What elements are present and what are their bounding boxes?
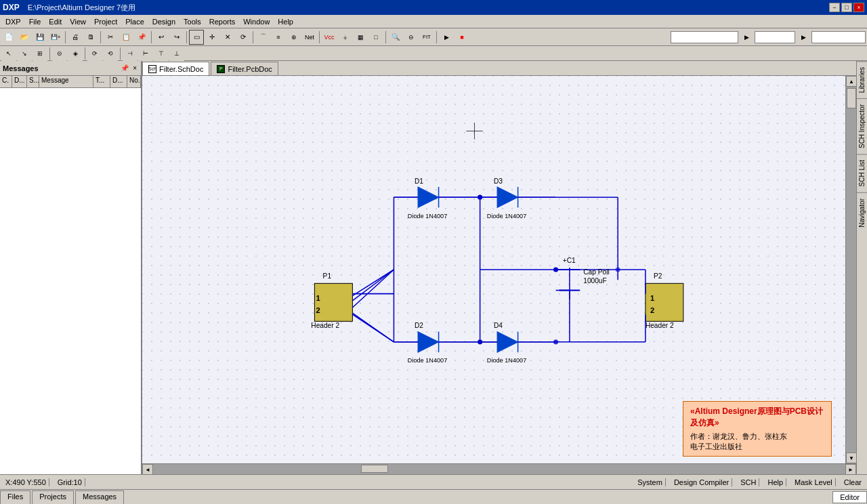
tb2-btn3[interactable]: ⊞	[33, 46, 47, 61]
menu-help[interactable]: Help	[274, 17, 297, 26]
menu-window[interactable]: Window	[239, 17, 274, 26]
stop-button[interactable]: ■	[454, 30, 469, 45]
wire-button[interactable]: ⌒	[255, 30, 270, 45]
power-button[interactable]: Vcc	[322, 30, 337, 45]
cut-button[interactable]: ✂	[103, 30, 118, 45]
sch-panel-btn[interactable]: SCH	[738, 478, 759, 486]
menu-place[interactable]: Place	[121, 17, 148, 26]
sheet-button[interactable]: □	[368, 30, 383, 45]
search-input[interactable]	[671, 31, 738, 43]
menu-file[interactable]: File	[25, 17, 45, 26]
tb2-btn2[interactable]: ↘	[17, 46, 32, 61]
menu-dxp[interactable]: DXP	[1, 17, 25, 26]
sidebar-tab-libraries[interactable]: Libraries	[857, 61, 867, 98]
sep2	[100, 31, 101, 43]
tb2-align-left[interactable]: ⊣	[123, 46, 138, 61]
scroll-track[interactable]	[846, 87, 856, 453]
print-preview-button[interactable]: 🖺	[83, 30, 98, 45]
messages-body	[0, 88, 141, 474]
sidebar-tab-sch-list[interactable]: SCH List	[857, 154, 867, 192]
h-scroll-thumb[interactable]	[361, 465, 388, 473]
component-button[interactable]: ▦	[353, 30, 368, 45]
save-button[interactable]: 💾	[33, 30, 47, 45]
tab-filter-schdoc[interactable]: Sch Filter.SchDoc	[142, 62, 209, 75]
svg-text:Diode 1N4007: Diode 1N4007	[408, 357, 447, 364]
minimize-button[interactable]: −	[829, 3, 840, 12]
close-button[interactable]: ×	[853, 3, 864, 12]
tb2-btn1[interactable]: ↖	[1, 46, 16, 61]
col-message: Message	[39, 76, 93, 87]
zoom-in-button[interactable]: 🔍	[388, 30, 403, 45]
print-button[interactable]: 🖨	[68, 30, 83, 45]
menubar: DXP File Edit View Project Place Design …	[0, 15, 867, 28]
select-button[interactable]: ▭	[189, 30, 204, 45]
svg-line-24	[352, 270, 394, 301]
netlabel-button[interactable]: Net	[302, 30, 317, 45]
schematic-canvas[interactable]: P1 1 2 Header 2 D1	[142, 76, 845, 463]
maximize-button[interactable]: □	[841, 3, 852, 12]
open-button[interactable]: 📂	[17, 30, 32, 45]
zoom-out-button[interactable]: ⊖	[404, 30, 419, 45]
scroll-down-button[interactable]: ▼	[846, 453, 857, 463]
scroll-left-button[interactable]: ◄	[142, 464, 153, 475]
menu-edit[interactable]: Edit	[45, 17, 66, 26]
bus-button[interactable]: ≡	[271, 30, 286, 45]
design-compiler-panel-btn[interactable]: Design Compiler	[671, 478, 732, 486]
zoom-input[interactable]	[755, 31, 795, 43]
clear-btn[interactable]: Clear	[841, 478, 864, 486]
fit-button[interactable]: FIT	[419, 30, 434, 45]
toolbar-main: 📄 📂 💾 💾+ 🖨 🖺 ✂ 📋 📌 ↩ ↪ ▭ ✛ ✕ ⟳ ⌒ ≡ ⊕ Net…	[0, 28, 867, 46]
mask-level-btn[interactable]: Mask Level	[792, 478, 836, 486]
scroll-up-button[interactable]: ▲	[846, 76, 857, 87]
compile-button[interactable]: ▶	[439, 30, 454, 45]
horizontal-scrollbar[interactable]	[153, 464, 845, 474]
col-c: C.	[0, 76, 12, 87]
editor-tab[interactable]: Editor	[832, 491, 867, 503]
rotate-button[interactable]: ⟳	[236, 30, 251, 45]
junction-button[interactable]: ⊕	[287, 30, 301, 45]
sch-icon: Sch	[148, 65, 156, 73]
scroll-right-button[interactable]: ►	[845, 464, 856, 475]
menu-reports[interactable]: Reports	[205, 17, 240, 26]
redo-button[interactable]: ↪	[169, 30, 184, 45]
menu-tools[interactable]: Tools	[179, 17, 205, 26]
tab-filter-pcbdoc[interactable]: P Filter.PcbDoc	[211, 62, 278, 75]
col-d2: D...	[110, 76, 127, 87]
sidebar-tab-navigator[interactable]: Navigator	[857, 192, 867, 233]
tb2-align-right[interactable]: ⊢	[138, 46, 153, 61]
projects-tab[interactable]: Projects	[32, 490, 74, 504]
svg-text:P1: P1	[323, 272, 332, 280]
save-all-button[interactable]: 💾+	[48, 30, 63, 45]
system-panel-btn[interactable]: System	[635, 478, 666, 486]
tb2-btn7[interactable]: ⟲	[103, 46, 118, 61]
files-tab[interactable]: Files	[0, 490, 30, 504]
menu-design[interactable]: Design	[148, 17, 179, 26]
zoom-apply-button[interactable]: ▶	[796, 30, 811, 45]
menu-project[interactable]: Project	[90, 17, 121, 26]
messages-pin-icon[interactable]: 📌	[119, 64, 130, 72]
help-panel-btn[interactable]: Help	[765, 478, 786, 486]
tb2-btn6[interactable]: ⟳	[87, 46, 102, 61]
sep7	[385, 31, 386, 43]
scroll-thumb[interactable]	[847, 88, 856, 108]
tb2-btn4[interactable]: ⊝	[52, 46, 67, 61]
messages-icons: 📌 ×	[119, 64, 138, 72]
crosshair-button[interactable]: ✛	[205, 30, 219, 45]
new-button[interactable]: 📄	[1, 30, 16, 45]
move-button[interactable]: ✕	[220, 30, 235, 45]
search-go-button[interactable]: ▶	[739, 30, 754, 45]
svg-text:P2: P2	[654, 272, 662, 280]
tb2-align-top[interactable]: ⊤	[154, 46, 169, 61]
paste-button[interactable]: 📌	[134, 30, 149, 45]
menu-view[interactable]: View	[66, 17, 90, 26]
tb2-btn5[interactable]: ◈	[68, 46, 83, 61]
svg-marker-26	[418, 187, 439, 208]
filter-input[interactable]	[811, 31, 866, 43]
copy-button[interactable]: 📋	[119, 30, 133, 45]
messages-tab[interactable]: Messages	[75, 490, 124, 504]
tb2-align-bottom[interactable]: ⊥	[169, 46, 184, 61]
messages-close-icon[interactable]: ×	[131, 64, 138, 72]
gnd-button[interactable]: ⏚	[337, 30, 352, 45]
undo-button[interactable]: ↩	[154, 30, 169, 45]
sidebar-tab-sch-inspector[interactable]: SCH Inspector	[857, 98, 867, 154]
